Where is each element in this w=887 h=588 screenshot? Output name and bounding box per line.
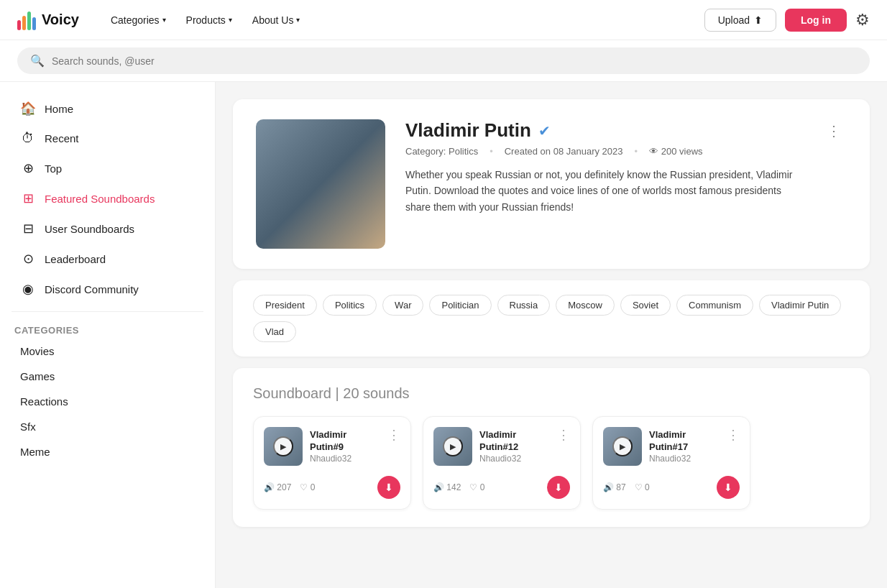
header: Voicy Categories ▾ Products ▾ About Us ▾… (0, 0, 887, 40)
tags-wrap: PresidentPoliticsWarPoliticianRussiaMosc… (253, 295, 850, 342)
sound-card-top: ▶ Vladimir Putin#9 Nhaudio32 ⋮ (264, 427, 400, 466)
nav-about[interactable]: About Us ▾ (244, 10, 309, 30)
play-button[interactable]: ▶ (443, 436, 463, 456)
sidebar-label-recent: Recent (45, 132, 79, 144)
sidebar-category-games[interactable]: Games (6, 364, 209, 389)
download-button[interactable]: ⬇ (717, 476, 740, 499)
sidebar-item-user-soundboards[interactable]: ⊟User Soundboards (6, 213, 209, 244)
tag-vladimir-putin[interactable]: Vladimir Putin (759, 295, 841, 316)
nav-products[interactable]: Products ▾ (178, 10, 241, 30)
sidebar-label-top: Top (45, 162, 62, 175)
tag-vlad[interactable]: Vlad (253, 321, 296, 342)
profile-meta: Category: Politics • Created on 08 Janua… (405, 146, 801, 157)
verified-badge: ✔ (538, 122, 551, 139)
sound-card-s2: ▶ Vladimir Putin#12 Nhaudio32 ⋮ 🔊 142 ♡ … (423, 416, 581, 510)
profile-image (256, 119, 385, 249)
more-options-button[interactable]: ⋮ (821, 119, 847, 142)
sound-footer: 🔊 207 ♡ 0 ⬇ (264, 476, 400, 499)
sidebar: 🏠Home⏱Recent⊕Top⊞Featured Soundboards⊟Us… (0, 82, 216, 588)
sound-menu-button[interactable]: ⋮ (727, 427, 740, 443)
chevron-down-icon: ▾ (296, 16, 300, 24)
sound-thumbnail: ▶ (433, 427, 472, 466)
tag-russia[interactable]: Russia (497, 295, 551, 316)
chevron-down-icon: ▾ (162, 16, 166, 24)
tag-war[interactable]: War (382, 295, 423, 316)
upload-button[interactable]: Upload ⬆ (704, 9, 776, 32)
sidebar-label-leaderboard: Leaderboard (45, 253, 106, 265)
tag-president[interactable]: President (253, 295, 317, 316)
tag-moscow[interactable]: Moscow (556, 295, 615, 316)
profile-avatar (256, 119, 385, 249)
upload-icon: ⬆ (754, 14, 763, 26)
sound-thumbnail: ▶ (264, 427, 303, 466)
soundboard-separator: | (336, 385, 344, 401)
like-count: ♡ 0 (469, 482, 484, 492)
sidebar-item-recent[interactable]: ⏱Recent (6, 124, 209, 153)
sound-footer: 🔊 142 ♡ 0 ⬇ (433, 476, 570, 499)
tag-politics[interactable]: Politics (323, 295, 377, 316)
tag-soviet[interactable]: Soviet (620, 295, 671, 316)
settings-icon[interactable]: ⚙ (855, 11, 870, 29)
login-button[interactable]: Log in (785, 9, 847, 32)
like-count: ♡ 0 (635, 482, 650, 492)
play-count: 🔊 142 (433, 482, 461, 492)
sound-title: Vladimir Putin#17 (649, 429, 720, 454)
sidebar-icon-discord: ◉ (20, 281, 36, 297)
sidebar-category-reactions[interactable]: Reactions (6, 389, 209, 414)
sound-thumbnail: ▶ (603, 427, 642, 466)
sidebar-label-discord: Discord Community (45, 283, 139, 295)
layout: 🏠Home⏱Recent⊕Top⊞Featured Soundboards⊟Us… (0, 82, 887, 588)
sidebar-category-movies[interactable]: Movies (6, 339, 209, 364)
search-input-wrap: 🔍 (17, 47, 870, 74)
sidebar-icon-recent: ⏱ (20, 131, 36, 146)
download-button[interactable]: ⬇ (377, 476, 400, 499)
sidebar-item-discord[interactable]: ◉Discord Community (6, 274, 209, 304)
sidebar-item-leaderboard[interactable]: ⊙Leaderboard (6, 244, 209, 274)
sound-cards: ▶ Vladimir Putin#9 Nhaudio32 ⋮ 🔊 207 ♡ 0… (253, 416, 850, 510)
sound-card-s3: ▶ Vladimir Putin#17 Nhaudio32 ⋮ 🔊 87 ♡ 0… (592, 416, 750, 510)
sidebar-icon-leaderboard: ⊙ (20, 251, 36, 267)
header-right: Upload ⬆ Log in ⚙ (704, 9, 870, 32)
profile-name-row: Vladimir Putin ✔ (405, 119, 801, 142)
main-nav: Categories ▾ Products ▾ About Us ▾ (102, 10, 309, 30)
nav-categories[interactable]: Categories ▾ (102, 10, 175, 30)
sound-title: Vladimir Putin#12 (479, 429, 550, 454)
sound-card-top: ▶ Vladimir Putin#17 Nhaudio32 ⋮ (603, 427, 740, 466)
sound-menu-button[interactable]: ⋮ (557, 427, 570, 443)
sound-stats: 🔊 87 ♡ 0 (603, 482, 650, 492)
sidebar-icon-user-soundboards: ⊟ (20, 221, 36, 236)
logo-area[interactable]: Voicy (17, 10, 79, 30)
play-button[interactable]: ▶ (612, 436, 633, 456)
logo-icon (17, 10, 36, 30)
sound-stats: 🔊 142 ♡ 0 (433, 482, 484, 492)
search-icon: 🔍 (30, 54, 45, 68)
profile-created: Created on 08 January 2023 (505, 146, 623, 157)
profile-card: Vladimir Putin ✔ Category: Politics • Cr… (233, 99, 870, 269)
tag-politician[interactable]: Politician (429, 295, 491, 316)
sound-author: Nhaudio32 (310, 454, 380, 464)
download-button[interactable]: ⬇ (547, 476, 570, 499)
tag-communism[interactable]: Communism (676, 295, 753, 316)
sidebar-category-meme[interactable]: Meme (6, 439, 209, 464)
search-bar-row: 🔍 (0, 40, 887, 82)
soundboard-section: Soundboard | 20 sounds ▶ Vladimir Putin#… (233, 368, 870, 527)
sidebar-item-home[interactable]: 🏠Home (6, 93, 209, 124)
sound-author: Nhaudio32 (649, 454, 720, 464)
sidebar-divider (12, 311, 203, 312)
sound-card-s1: ▶ Vladimir Putin#9 Nhaudio32 ⋮ 🔊 207 ♡ 0… (253, 416, 411, 510)
sound-menu-button[interactable]: ⋮ (387, 427, 400, 443)
profile-views: 👁 200 views (649, 146, 702, 157)
main-content: Vladimir Putin ✔ Category: Politics • Cr… (216, 82, 887, 588)
sound-card-top: ▶ Vladimir Putin#12 Nhaudio32 ⋮ (433, 427, 570, 466)
sidebar-label-home: Home (45, 103, 73, 115)
sound-title: Vladimir Putin#9 (310, 429, 380, 454)
sidebar-category-sfx[interactable]: Sfx (6, 414, 209, 439)
sidebar-item-top[interactable]: ⊕Top (6, 153, 209, 183)
sidebar-item-featured[interactable]: ⊞Featured Soundboards (6, 183, 209, 213)
play-count: 🔊 207 (264, 482, 291, 492)
play-button[interactable]: ▶ (273, 436, 293, 456)
sound-author: Nhaudio32 (479, 454, 550, 464)
search-input[interactable] (52, 55, 857, 67)
sidebar-icon-home: 🏠 (20, 101, 36, 116)
profile-info: Vladimir Putin ✔ Category: Politics • Cr… (405, 119, 801, 215)
